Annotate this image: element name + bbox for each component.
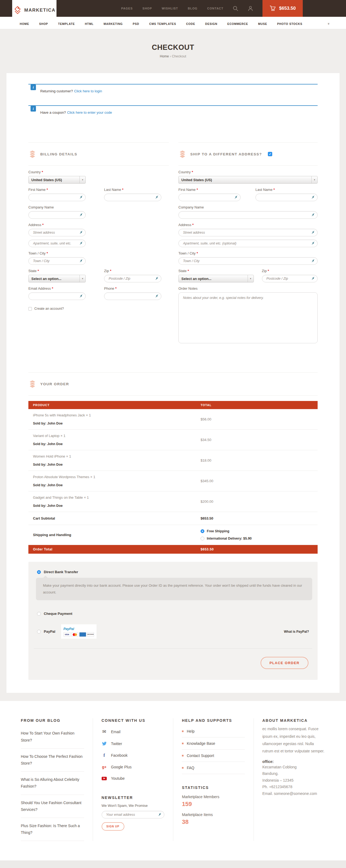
billing-company-input[interactable]	[28, 211, 86, 219]
autofill-icon[interactable]	[158, 812, 162, 818]
blog-link[interactable]: Plus Size Fashion: Is There Such a Thing…	[21, 818, 84, 841]
menu-item-cms-templates[interactable]: CMS TEMPLATES	[149, 22, 176, 26]
ship-different-checkbox[interactable]: ✓	[268, 152, 272, 156]
top-nav-wishlist[interactable]: WISHLIST	[162, 7, 178, 10]
youtube-icon	[102, 777, 107, 780]
autofill-icon[interactable]	[311, 241, 315, 246]
menu-item-marketing[interactable]: MARKETING	[104, 22, 123, 26]
autofill-icon[interactable]	[234, 195, 238, 200]
shipping-company-input[interactable]	[178, 211, 318, 219]
autofill-icon[interactable]	[155, 195, 159, 200]
billing-state-select[interactable]: Select an option... ▾	[28, 275, 86, 282]
top-nav-contact[interactable]: CONTACT	[207, 7, 223, 10]
autofill-icon[interactable]	[155, 294, 159, 299]
shipping-first-name-input[interactable]	[178, 193, 241, 201]
help-link[interactable]: Help	[182, 725, 245, 738]
autofill-icon[interactable]	[79, 294, 83, 299]
social-link-youtube[interactable]: Youtube	[102, 773, 165, 784]
shipping-title: SHIP TO A DIFFERENT ADDRESS?	[190, 152, 262, 156]
international-delivery-radio[interactable]	[201, 537, 204, 540]
order-notes-textarea[interactable]	[178, 292, 318, 343]
free-shipping-radio[interactable]	[201, 529, 204, 533]
social-link-google-plus[interactable]: g+ Google Plus	[102, 761, 165, 773]
autofill-icon[interactable]	[311, 276, 315, 282]
col-total: TOTAL	[196, 403, 318, 407]
autofill-icon[interactable]	[79, 259, 83, 264]
create-account-checkbox[interactable]	[28, 307, 32, 311]
billing-street-input[interactable]	[28, 229, 86, 236]
cart-button[interactable]: $653.50	[263, 0, 303, 17]
top-nav-blog[interactable]: BLOG	[188, 7, 198, 10]
autofill-icon[interactable]	[79, 230, 83, 236]
menu-item-shop[interactable]: SHOP	[39, 22, 48, 26]
autofill-icon[interactable]	[155, 276, 159, 282]
signup-button[interactable]: SIGN UP	[102, 822, 124, 831]
search-icon[interactable]	[233, 6, 238, 11]
autofill-icon[interactable]	[311, 259, 315, 264]
menu-item-psd[interactable]: PSD	[133, 22, 139, 26]
billing-phone-input[interactable]	[104, 292, 161, 300]
shipping-zip-input[interactable]	[262, 275, 318, 282]
blog-link[interactable]: How To Choose The Perfect Fashion Store?	[21, 749, 84, 772]
autofill-icon[interactable]	[311, 213, 315, 218]
coupon-link[interactable]: Click here to enter your code	[67, 111, 112, 115]
autofill-icon[interactable]	[79, 213, 83, 218]
bank-transfer-radio[interactable]	[37, 570, 41, 574]
autofill-icon[interactable]	[79, 241, 83, 246]
menu-item-html[interactable]: HTML	[85, 22, 94, 26]
blog-link[interactable]: How To Start Your Own Fashion Store?	[21, 725, 84, 748]
shipping-town-input[interactable]	[178, 257, 318, 265]
login-link[interactable]: Click here to login	[74, 89, 102, 93]
autofill-icon[interactable]	[311, 230, 315, 236]
menu-item-muse[interactable]: MUSE	[258, 22, 267, 26]
what-is-paypal-link[interactable]: What is PayPal?	[284, 630, 312, 633]
billing-email-label: Email Address *	[28, 286, 86, 290]
billing-first-name-input[interactable]	[28, 193, 86, 201]
menu-item-ecommerce[interactable]: ECOMMERCE	[227, 22, 248, 26]
billing-zip-input[interactable]	[104, 275, 161, 282]
shipping-last-name-input[interactable]	[255, 193, 318, 201]
menu-item-template[interactable]: TEMPLATE	[58, 22, 75, 26]
payment-methods-box: Direct Bank Transfer Make your payment d…	[28, 562, 318, 680]
place-order-button[interactable]: PLACE ORDER	[261, 657, 308, 669]
shipping-apartment-input[interactable]	[178, 240, 318, 247]
billing-town-input[interactable]	[28, 257, 86, 265]
top-nav-pages[interactable]: PAGES	[121, 7, 133, 10]
free-shipping-option[interactable]: Free Shipping	[201, 529, 318, 533]
shipping-state-select[interactable]: Select an option... ▾	[178, 275, 254, 282]
shipping-street-input[interactable]	[178, 229, 318, 236]
help-link[interactable]: Contact Support	[182, 750, 245, 762]
menu-item-photo-stocks[interactable]: PHOTO STOCKS	[277, 22, 302, 26]
newsletter-email-input[interactable]	[102, 811, 165, 818]
help-link[interactable]: FAQ	[182, 762, 245, 774]
social-link-email[interactable]: ✉ Email	[102, 725, 165, 738]
menu-item-design[interactable]: DESIGN	[205, 22, 217, 26]
billing-email-input[interactable]	[28, 292, 86, 300]
billing-apartment-input[interactable]	[28, 240, 86, 247]
cheque-payment-option[interactable]: Cheque Payment	[34, 612, 312, 616]
autofill-icon[interactable]	[79, 195, 83, 200]
brand-logo[interactable]: MARKETICA	[12, 0, 57, 21]
international-delivery-option[interactable]: International Delivery: $5.90	[201, 537, 318, 540]
social-link-facebook[interactable]: f Facebook	[102, 749, 165, 761]
bank-transfer-option[interactable]: Direct Bank Transfer	[34, 570, 312, 574]
social-link-twitter[interactable]: Twitter	[102, 738, 165, 749]
menu-item-code[interactable]: CODE	[186, 22, 195, 26]
menu-item-home[interactable]: HOME	[20, 22, 29, 26]
blog-link[interactable]: What is So Alluring About Celebrity Fash…	[21, 772, 84, 795]
billing-last-name-input[interactable]	[104, 193, 161, 201]
autofill-icon[interactable]	[311, 195, 315, 200]
paypal-radio[interactable]	[37, 630, 41, 633]
help-link[interactable]: Knowladge Base	[182, 738, 245, 750]
paypal-option[interactable]: PayPal PayPal VISA DISCOVER What is PayP…	[34, 624, 312, 639]
billing-company-label: Company Name	[28, 205, 86, 209]
breadcrumb-home[interactable]: Home	[160, 55, 169, 58]
billing-country-select[interactable]: United States (US) ▾	[28, 176, 86, 184]
blog-link[interactable]: Should You Use Fashion Consultant Servic…	[21, 795, 84, 818]
cheque-payment-radio[interactable]	[37, 612, 41, 616]
top-nav-shop[interactable]: SHOP	[142, 7, 152, 10]
create-account-option[interactable]: Create an account?	[28, 307, 169, 311]
menu-overflow-icon[interactable]: »	[327, 23, 331, 25]
shipping-country-select[interactable]: United States (US) ▾	[178, 176, 318, 184]
account-icon[interactable]	[248, 6, 253, 11]
